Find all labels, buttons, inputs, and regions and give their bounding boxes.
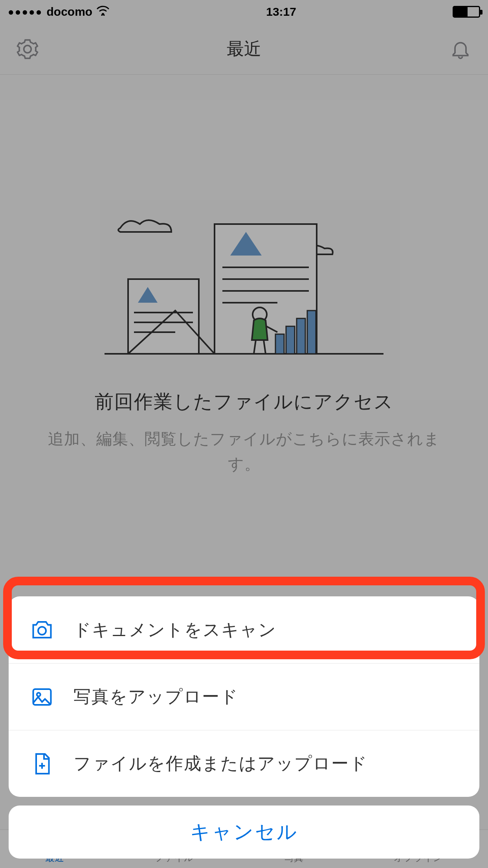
file-plus-icon (30, 752, 54, 776)
camera-icon (30, 618, 54, 642)
scan-document-button[interactable]: ドキュメントをスキャン (9, 596, 479, 663)
upload-photo-button[interactable]: 写真をアップロード (9, 663, 479, 730)
app-screen: ●●●●● docomo 13:17 最近 (0, 0, 488, 868)
create-file-button[interactable]: ファイルを作成またはアップロード (9, 730, 479, 797)
action-sheet-group: ドキュメントをスキャン 写真をアップロード ファイルを作成またはアップロード (9, 596, 479, 797)
action-sheet: ドキュメントをスキャン 写真をアップロード ファイルを作成またはアップロード キ… (9, 596, 479, 859)
svg-point-21 (38, 627, 46, 635)
cancel-label: キャンセル (190, 819, 298, 845)
create-file-label: ファイルを作成またはアップロード (73, 752, 368, 775)
upload-photo-label: 写真をアップロード (73, 685, 238, 708)
scan-document-label: ドキュメントをスキャン (73, 618, 277, 642)
cancel-button[interactable]: キャンセル (9, 805, 479, 859)
svg-point-23 (37, 693, 40, 696)
photo-icon (30, 685, 54, 709)
